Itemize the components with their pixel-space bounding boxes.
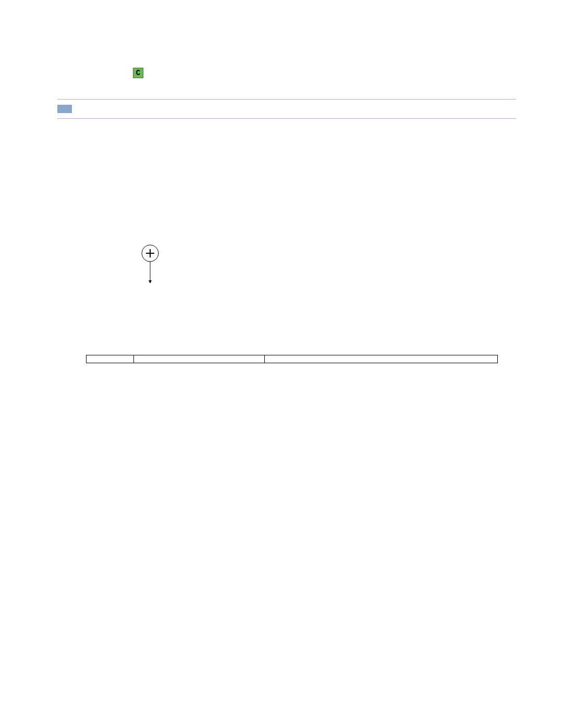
see-row: C bbox=[133, 68, 516, 78]
col-bit bbox=[87, 355, 134, 363]
col-description bbox=[134, 355, 265, 363]
register-table bbox=[86, 355, 498, 363]
common-command-icon: C bbox=[133, 68, 143, 78]
table-header-row bbox=[87, 355, 498, 363]
col-when-set bbox=[265, 355, 498, 363]
table-caption bbox=[86, 342, 516, 351]
note-badge bbox=[57, 105, 72, 113]
note-block bbox=[57, 99, 516, 119]
query-syntax-row bbox=[57, 84, 516, 88]
register-diagram bbox=[57, 133, 516, 321]
